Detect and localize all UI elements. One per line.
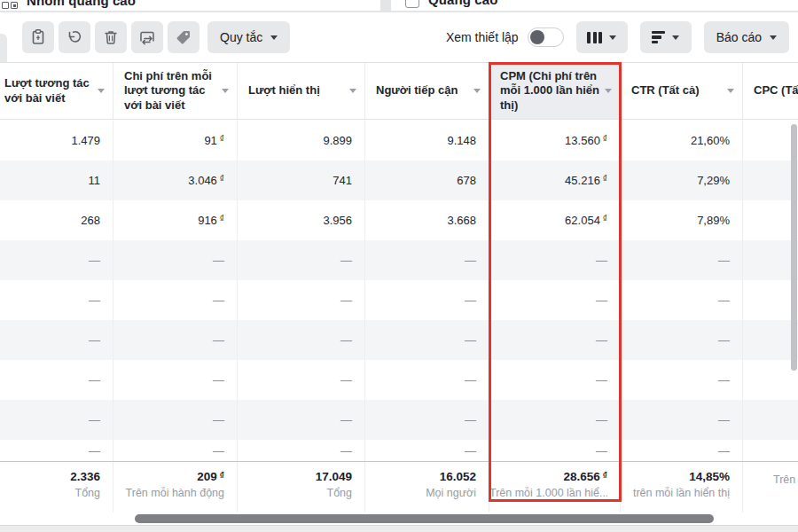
table-cell: 45.216₫	[489, 160, 621, 200]
table-cell	[743, 160, 798, 200]
table-totals-row: 2.336Tổng209₫Trên mỗi hành động17.049Tổn…	[0, 461, 798, 512]
totals-value: 17.049	[238, 470, 352, 483]
table-row: 268916₫3.9563.66862.054₫7,89%	[0, 200, 798, 240]
table-cell: 7,29%	[621, 160, 743, 200]
table-header: Lượt tương tác với bài viếtChi phí trên …	[0, 62, 798, 120]
chevron-down-icon	[270, 35, 278, 40]
sort-chevron-icon	[727, 89, 734, 93]
table-row: 1.47991₫9.8999.14813.560₫21,60%	[0, 121, 798, 160]
ab-test-button[interactable]	[131, 21, 163, 53]
view-setup-toggle[interactable]	[528, 27, 564, 47]
table-cell: 91₫	[113, 121, 238, 160]
sort-chevron-icon	[605, 89, 612, 93]
rules-dropdown[interactable]: Quy tắc	[207, 21, 290, 53]
table-cell: —	[0, 280, 113, 320]
ads-manager-screen: Nhóm quảng cáo Quảng cáo	[0, 0, 798, 532]
report-dropdown[interactable]: Báo cáo	[704, 21, 789, 53]
table-cell: 1.479	[0, 121, 113, 160]
column-header-label: CPM (Chi phí trên mỗi 1.000 lần hiển thị…	[500, 69, 601, 113]
table-cell: 3.046₫	[113, 160, 238, 200]
table-cell: 11	[0, 160, 113, 200]
table-cell	[743, 440, 798, 461]
table-cell: —	[489, 360, 621, 400]
campaign-tab-bar: Nhóm quảng cáo Quảng cáo	[0, 0, 798, 12]
tab-ads-label: Quảng cáo	[428, 0, 497, 7]
ab-test-icon	[137, 28, 157, 46]
table-cell: —	[365, 440, 489, 461]
column-header-6[interactable]: CPC (Tất cả)	[743, 63, 798, 119]
table-cell: 9.148	[365, 121, 489, 160]
vertical-scrollbar-thumb[interactable]	[791, 124, 797, 371]
totals-label: Trên	[773, 473, 798, 486]
dong-currency-symbol: ₫	[603, 471, 607, 481]
table-cell: —	[113, 440, 238, 461]
tab-ad-sets[interactable]: Nhóm quảng cáo	[2, 0, 136, 10]
breakdown-dropdown[interactable]	[640, 21, 692, 53]
table-cell: —	[238, 280, 365, 320]
toggle-knob	[530, 30, 544, 44]
view-setup-label: Xem thiết lập	[446, 30, 519, 44]
table-cell: —	[365, 240, 489, 280]
dong-currency-symbol: ₫	[220, 214, 224, 223]
columns-dropdown[interactable]	[576, 21, 628, 53]
table-cell: 3.956	[238, 200, 365, 240]
table-cell: —	[238, 240, 365, 280]
column-header-2[interactable]: Lượt hiển thị	[238, 63, 365, 119]
sort-chevron-icon	[349, 89, 356, 93]
column-header-3[interactable]: Người tiếp cận	[365, 63, 489, 119]
dong-currency-symbol: ₫	[603, 214, 607, 223]
table-cell: —	[0, 440, 113, 461]
sort-chevron-icon	[473, 89, 481, 93]
undo-button[interactable]	[59, 21, 90, 53]
table-cell: —	[621, 320, 743, 360]
edit-button-partial[interactable]	[0, 34, 7, 66]
totals-cell: 2.336Tổng	[0, 462, 113, 512]
column-header-5[interactable]: CTR (Tất cả)	[621, 63, 743, 119]
tab-ads[interactable]: Quảng cáo	[405, 0, 497, 8]
select-all-checkbox[interactable]	[405, 0, 419, 8]
horizontal-scrollbar-thumb[interactable]	[135, 514, 714, 523]
columns-icon	[587, 32, 602, 43]
table-cell: 21,60%	[621, 121, 743, 160]
totals-label: Tổng	[0, 487, 100, 499]
table-cell: —	[365, 280, 489, 320]
table-cell: 62.054₫	[489, 200, 621, 240]
duplicate-button[interactable]	[22, 21, 54, 53]
dong-currency-symbol: ₫	[220, 174, 224, 184]
table-cell: —	[113, 360, 238, 400]
dong-currency-symbol: ₫	[603, 134, 607, 144]
totals-cell: 16.052Mọi người	[365, 462, 489, 512]
table-cell: —	[113, 320, 238, 360]
totals-cell: 17.049Tổng	[238, 462, 365, 512]
tag-button[interactable]	[168, 21, 200, 53]
tag-icon	[175, 28, 192, 46]
table-cell: —	[238, 440, 365, 461]
horizontal-scrollbar-track[interactable]	[0, 512, 798, 525]
tab-divider	[380, 0, 391, 12]
table-cell: —	[489, 240, 621, 280]
column-header-label: Lượt hiển thị	[248, 83, 346, 98]
table-cell: —	[113, 240, 238, 280]
totals-value: 2.336	[0, 470, 100, 483]
delete-button[interactable]	[95, 21, 127, 53]
totals-cell: 28.656₫Trên mỗi 1.000 lần hiể...	[489, 462, 621, 512]
table-body: 1.47991₫9.8999.14813.560₫21,60%113.046₫7…	[0, 121, 798, 461]
table-cell: —	[0, 320, 113, 360]
column-header-1[interactable]: Chi phí trên mỗi lượt tương tác với bài …	[113, 63, 238, 119]
totals-cell: 209₫Trên mỗi hành động	[113, 462, 238, 512]
table-cell: 9.899	[238, 121, 365, 160]
table-cell	[743, 360, 798, 400]
rules-label: Quy tắc	[220, 30, 262, 44]
table-cell: —	[621, 280, 743, 320]
dong-currency-symbol: ₫	[603, 174, 607, 184]
table-cell: 741	[238, 160, 365, 200]
column-header-4[interactable]: CPM (Chi phí trên mỗi 1.000 lần hiển thị…	[489, 63, 621, 119]
table-cell	[743, 320, 798, 360]
chevron-down-icon	[770, 35, 777, 40]
table-cell: —	[621, 400, 743, 440]
table-cell: —	[238, 320, 365, 360]
column-header-0[interactable]: Lượt tương tác với bài viết	[0, 63, 113, 119]
table-cell: —	[489, 440, 621, 461]
undo-icon	[66, 28, 83, 46]
table-cell: 7,89%	[621, 200, 743, 240]
